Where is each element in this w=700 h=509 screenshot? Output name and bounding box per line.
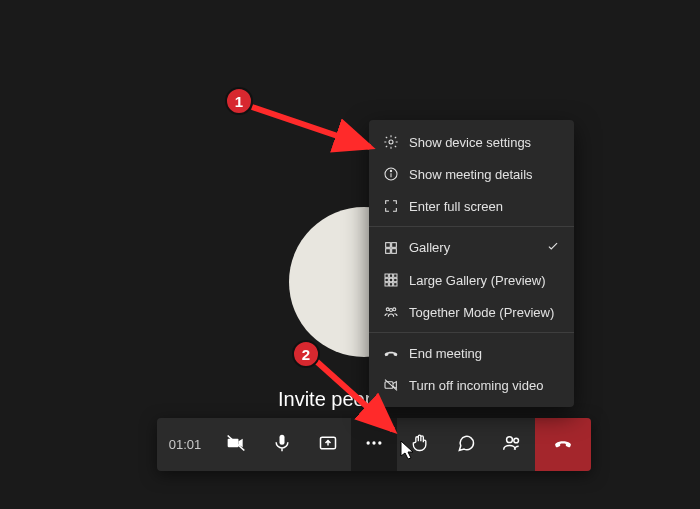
menu-label: Gallery <box>409 240 536 255</box>
together-mode-icon <box>383 304 399 320</box>
svg-rect-14 <box>386 248 391 253</box>
menu-label: Large Gallery (Preview) <box>409 273 560 288</box>
share-button[interactable] <box>305 418 351 471</box>
svg-rect-22 <box>385 283 388 286</box>
annotation-arrow-1 <box>240 95 390 165</box>
svg-rect-21 <box>394 278 397 281</box>
menu-gallery[interactable]: Gallery <box>369 231 574 264</box>
more-actions-menu: Show device settings Show meeting detail… <box>369 120 574 407</box>
menu-meeting-details[interactable]: Show meeting details <box>369 158 574 190</box>
camera-off-icon <box>226 433 246 457</box>
svg-point-8 <box>389 140 393 144</box>
check-icon <box>546 239 560 256</box>
share-screen-icon <box>318 433 338 457</box>
hangup-button[interactable] <box>535 418 591 471</box>
gear-icon <box>383 134 399 150</box>
chat-button[interactable] <box>443 418 489 471</box>
svg-rect-15 <box>392 248 397 253</box>
microphone-button[interactable] <box>259 418 305 471</box>
call-timer: 01:01 <box>157 418 213 471</box>
menu-separator <box>369 226 574 227</box>
menu-label: Enter full screen <box>409 199 560 214</box>
svg-point-11 <box>390 170 391 171</box>
svg-point-5 <box>378 441 381 444</box>
microphone-icon <box>272 433 292 457</box>
svg-point-25 <box>386 308 389 311</box>
svg-point-26 <box>393 308 396 311</box>
video-off-icon <box>383 377 399 393</box>
menu-device-settings[interactable]: Show device settings <box>369 126 574 158</box>
end-call-icon <box>383 345 399 361</box>
svg-rect-16 <box>385 274 388 277</box>
svg-point-4 <box>372 441 375 444</box>
info-icon <box>383 166 399 182</box>
people-icon <box>502 433 522 457</box>
invite-people-text: Invite peop <box>278 388 376 411</box>
svg-rect-17 <box>389 274 392 277</box>
svg-line-30 <box>252 107 370 147</box>
menu-together-mode[interactable]: Together Mode (Preview) <box>369 296 574 328</box>
menu-fullscreen[interactable]: Enter full screen <box>369 190 574 222</box>
menu-turn-off-incoming-video[interactable]: Turn off incoming video <box>369 369 574 401</box>
svg-point-7 <box>514 438 519 443</box>
grid-3x3-icon <box>383 272 399 288</box>
ellipsis-icon <box>364 433 384 457</box>
more-actions-button[interactable] <box>351 418 397 471</box>
svg-rect-19 <box>385 278 388 281</box>
svg-rect-20 <box>389 278 392 281</box>
svg-rect-18 <box>394 274 397 277</box>
menu-label: Show meeting details <box>409 167 560 182</box>
svg-rect-24 <box>394 283 397 286</box>
menu-label: Show device settings <box>409 135 560 150</box>
hangup-icon <box>553 433 573 457</box>
menu-label: Together Mode (Preview) <box>409 305 560 320</box>
grid-2x2-icon <box>383 240 399 256</box>
svg-point-6 <box>507 436 513 442</box>
annotation-badge-1: 1 <box>225 87 253 115</box>
svg-rect-12 <box>386 242 391 247</box>
menu-separator <box>369 332 574 333</box>
menu-label: End meeting <box>409 346 560 361</box>
svg-point-3 <box>367 441 370 444</box>
camera-button[interactable] <box>213 418 259 471</box>
menu-end-meeting[interactable]: End meeting <box>369 337 574 369</box>
annotation-badge-2: 2 <box>292 340 320 368</box>
cursor-pointer-icon <box>399 440 417 462</box>
svg-rect-13 <box>392 242 397 247</box>
menu-large-gallery[interactable]: Large Gallery (Preview) <box>369 264 574 296</box>
svg-point-27 <box>390 309 393 312</box>
meeting-toolbar: 01:01 <box>157 418 591 471</box>
participants-button[interactable] <box>489 418 535 471</box>
chat-icon <box>456 433 476 457</box>
fullscreen-icon <box>383 198 399 214</box>
svg-rect-23 <box>389 283 392 286</box>
svg-rect-1 <box>280 434 285 444</box>
menu-label: Turn off incoming video <box>409 378 560 393</box>
